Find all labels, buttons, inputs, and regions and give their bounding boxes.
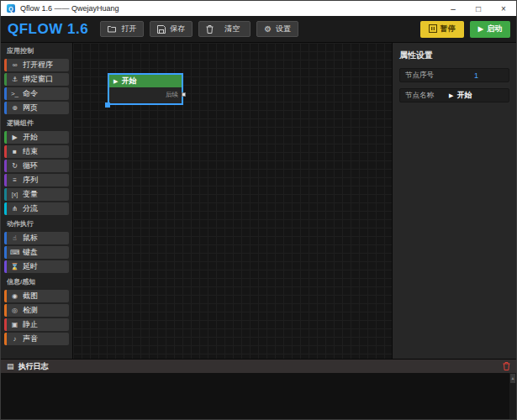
sidebar-item-label: 网页 bbox=[23, 102, 38, 113]
sidebar-item-label: 声音 bbox=[23, 333, 38, 344]
play-icon: ▶ bbox=[113, 78, 118, 85]
sidebar-item-variable[interactable]: [x] 变量 bbox=[4, 188, 69, 201]
app-logo-text: QFLOW 1.6 bbox=[8, 21, 88, 38]
settings-button-label: 设置 bbox=[276, 24, 291, 34]
group-title-perception: 信息/感知 bbox=[1, 275, 72, 288]
app-logo-icon: Q bbox=[7, 4, 15, 13]
sidebar-item-detect[interactable]: ◎ 检测 bbox=[4, 304, 69, 317]
sidebar-item-label: 键盘 bbox=[23, 247, 38, 258]
output-port-connector[interactable] bbox=[182, 92, 186, 97]
minimize-button[interactable]: – bbox=[441, 1, 466, 16]
node-number-row[interactable]: 节点序号 1 bbox=[399, 68, 509, 82]
log-header-bar: ▤ 执行日志 bbox=[1, 359, 516, 373]
sidebar-item-sequence[interactable]: ≡ 序列 bbox=[4, 174, 69, 186]
save-button[interactable]: 保存 bbox=[150, 21, 193, 37]
settings-button[interactable]: ⚙ 设置 bbox=[256, 21, 298, 37]
play-icon: ▶ bbox=[449, 92, 453, 99]
sidebar-item-branch[interactable]: ⋔ 分流 bbox=[4, 202, 69, 215]
log-title: 执行日志 bbox=[18, 361, 49, 372]
list-icon: ≡ bbox=[10, 177, 19, 184]
sidebar-item-end[interactable]: ■ 结束 bbox=[4, 145, 69, 158]
folder-open-icon bbox=[108, 25, 117, 33]
stop-icon: ■ bbox=[10, 149, 19, 155]
group-title-actions: 动作执行 bbox=[1, 217, 72, 230]
sidebar-item-label: 打开程序 bbox=[23, 60, 53, 71]
sidebar-item-webpage[interactable]: ⊕ 网页 bbox=[4, 102, 69, 114]
sidebar-item-keyboard[interactable]: ⌨ 键盘 bbox=[4, 246, 69, 259]
anchor-icon: ⚓ bbox=[10, 76, 19, 83]
sidebar-item-label: 延时 bbox=[23, 261, 38, 272]
open-button[interactable]: 打开 bbox=[100, 21, 144, 37]
sidebar-item-label: 鼠标 bbox=[23, 233, 38, 244]
node-number-value[interactable]: 1 bbox=[449, 71, 504, 80]
sidebar-item-label: 绑定窗口 bbox=[23, 74, 53, 85]
sidebar-item-label: 静止 bbox=[23, 319, 38, 330]
pause-icon bbox=[429, 24, 437, 34]
start-node-header[interactable]: ▶ 开始 bbox=[109, 75, 182, 87]
app-body: 应用控制 ∞ 打开程序 ⚓ 绑定窗口 >_ 命令 ⊕ 网页 逻辑组件 ▶ 开始 bbox=[1, 43, 516, 359]
properties-title: 属性设置 bbox=[399, 50, 509, 68]
globe-icon: ⊕ bbox=[10, 105, 19, 112]
sidebar-item-open-program[interactable]: ∞ 打开程序 bbox=[4, 59, 69, 71]
output-port-label: 后续 bbox=[166, 91, 178, 99]
sidebar-item-label: 循环 bbox=[23, 160, 38, 171]
branch-icon: ⋔ bbox=[10, 206, 19, 213]
sidebar-item-label: 开始 bbox=[23, 132, 38, 143]
pause-button[interactable]: 暂停 bbox=[420, 21, 464, 38]
component-sidebar: 应用控制 ∞ 打开程序 ⚓ 绑定窗口 >_ 命令 ⊕ 网页 逻辑组件 ▶ 开始 bbox=[1, 43, 73, 359]
sidebar-item-mouse[interactable]: ☝ 鼠标 bbox=[4, 232, 69, 244]
speaker-icon: ♪ bbox=[10, 336, 19, 343]
app-window: Q Qflow 1.6 —— QwejayHuang – □ × QFLOW 1… bbox=[0, 0, 517, 420]
selection-handle[interactable] bbox=[105, 102, 110, 108]
node-name-text: 开始 bbox=[456, 90, 472, 101]
clear-button-label: 清空 bbox=[224, 24, 240, 34]
pointer-icon: ☝ bbox=[10, 235, 19, 242]
pause-button-label: 暂停 bbox=[441, 24, 456, 34]
sidebar-item-still[interactable]: ▣ 静止 bbox=[4, 318, 69, 331]
window-title: Qflow 1.6 —— QwejayHuang bbox=[20, 4, 119, 13]
variable-icon: [x] bbox=[10, 192, 19, 197]
start-button[interactable]: ▶ 启动 bbox=[470, 21, 510, 38]
sidebar-item-command[interactable]: >_ 命令 bbox=[4, 87, 69, 100]
sidebar-item-sound[interactable]: ♪ 声音 bbox=[4, 333, 69, 345]
sidebar-item-start[interactable]: ▶ 开始 bbox=[4, 131, 69, 144]
trash-icon bbox=[206, 25, 214, 34]
start-node-body: 后续 bbox=[109, 87, 182, 103]
node-number-label: 节点序号 bbox=[405, 71, 449, 81]
maximize-button[interactable]: □ bbox=[466, 1, 491, 16]
still-icon: ▣ bbox=[10, 322, 19, 328]
clear-button[interactable]: 清空 bbox=[198, 21, 251, 37]
link-icon: ∞ bbox=[10, 62, 19, 69]
sidebar-item-label: 分流 bbox=[23, 203, 38, 214]
node-name-value[interactable]: ▶ 开始 bbox=[449, 90, 472, 101]
play-icon: ▶ bbox=[478, 25, 483, 33]
loop-icon: ↻ bbox=[10, 163, 19, 170]
node-name-row[interactable]: 节点名称 ▶ 开始 bbox=[399, 88, 509, 102]
close-button[interactable]: × bbox=[491, 1, 516, 16]
log-scrollbar[interactable]: ▲ bbox=[509, 373, 516, 419]
start-node[interactable]: ▶ 开始 后续 bbox=[108, 73, 183, 105]
sidebar-item-label: 序列 bbox=[23, 175, 38, 186]
hourglass-icon: ⌛ bbox=[10, 264, 19, 270]
main-toolbar: QFLOW 1.6 打开 保存 清空 ⚙ 设置 bbox=[1, 16, 516, 43]
group-title-logic: 逻辑组件 bbox=[1, 116, 72, 129]
camera-icon: ◉ bbox=[10, 293, 19, 300]
sidebar-item-bind-window[interactable]: ⚓ 绑定窗口 bbox=[4, 73, 69, 86]
sidebar-item-loop[interactable]: ↻ 循环 bbox=[4, 160, 69, 172]
node-name-label: 节点名称 bbox=[405, 91, 449, 101]
sidebar-item-label: 结束 bbox=[23, 146, 38, 157]
magnifier-icon: ◎ bbox=[10, 307, 19, 314]
log-output-area[interactable]: ▲ bbox=[1, 373, 516, 419]
start-button-label: 启动 bbox=[487, 24, 502, 34]
log-document-icon: ▤ bbox=[7, 363, 14, 370]
flow-canvas[interactable]: ▶ 开始 后续 bbox=[73, 43, 392, 359]
sidebar-item-label: 变量 bbox=[23, 189, 38, 200]
save-button-label: 保存 bbox=[170, 24, 185, 34]
sidebar-item-screenshot[interactable]: ◉ 截图 bbox=[4, 290, 69, 302]
properties-panel: 属性设置 节点序号 1 节点名称 ▶ 开始 bbox=[392, 43, 516, 359]
group-title-app-control: 应用控制 bbox=[1, 44, 72, 57]
scroll-up-button[interactable]: ▲ bbox=[510, 374, 515, 383]
play-icon: ▶ bbox=[10, 134, 19, 141]
clear-log-button[interactable] bbox=[503, 362, 510, 370]
sidebar-item-delay[interactable]: ⌛ 延时 bbox=[4, 260, 69, 273]
